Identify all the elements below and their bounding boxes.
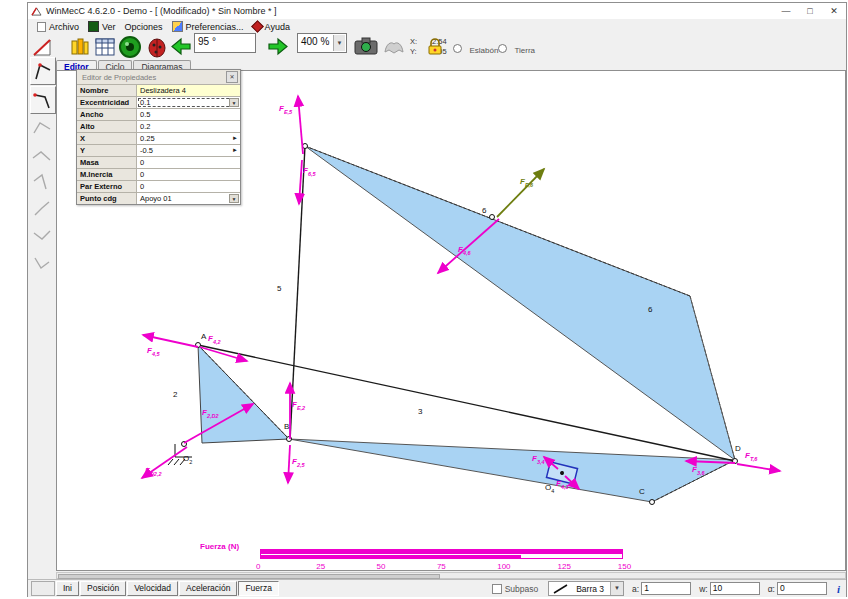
status-button-aceleración[interactable]: Aceleración	[179, 581, 237, 596]
force-label: FE,2	[292, 401, 305, 412]
property-value-3[interactable]: 0.2	[137, 121, 240, 132]
close-button[interactable]: ✕	[822, 4, 846, 19]
hands-icon	[382, 36, 406, 56]
ruler-tick: 0	[256, 562, 260, 571]
subpaso-label: Subpaso	[505, 584, 539, 594]
document-icon	[37, 22, 46, 32]
ruler-tick: 50	[377, 562, 386, 571]
camera-icon[interactable]	[354, 36, 378, 56]
property-value-2[interactable]: 0.5	[137, 109, 240, 120]
rotate-back-icon[interactable]	[170, 37, 192, 56]
view-eye-icon[interactable]	[118, 35, 142, 59]
force-arrow	[298, 96, 303, 154]
ruler-tick: 150	[618, 562, 631, 571]
ruler-tick: 100	[497, 562, 510, 571]
app-window: WinMecC 4.6.2.0 - Demo - [ (Modificado) …	[27, 2, 847, 597]
property-value-4[interactable]: 0.25►	[137, 133, 240, 144]
rotate-forward-icon[interactable]	[267, 37, 289, 56]
spinner-icon[interactable]: ►	[232, 147, 238, 153]
chevron-down-icon[interactable]: ▼	[333, 35, 345, 51]
spinner-icon[interactable]: ►	[232, 135, 238, 141]
property-value-9[interactable]: Apoyo 01▼	[137, 193, 240, 204]
ruler-tick: 25	[316, 562, 325, 571]
property-row: Y-0.5►	[77, 144, 240, 156]
property-label: Punto cdg	[77, 193, 137, 204]
property-row: Punto cdgApoyo 01▼	[77, 192, 240, 204]
lock-icon[interactable]	[426, 38, 444, 56]
property-label: X	[77, 133, 137, 144]
element-label: D	[735, 445, 741, 453]
element-selector[interactable]: Barra 3 ▼	[548, 581, 624, 596]
status-button-ini[interactable]: Ini	[56, 581, 79, 596]
link-3-wedge[interactable]	[289, 439, 735, 502]
property-row: Alto0.2	[77, 120, 240, 132]
element-label: A	[201, 333, 206, 341]
bug-icon[interactable]	[146, 36, 168, 58]
angle-value-input[interactable]: 1	[641, 582, 691, 595]
preferences-icon	[172, 21, 183, 32]
zoom-select[interactable]: 400 % ▼	[297, 33, 347, 53]
element-label: 6	[648, 306, 652, 314]
link-5-bar[interactable]	[290, 146, 305, 441]
element-label: 2	[173, 391, 177, 399]
radio-tierra[interactable]: Tierra	[498, 39, 535, 57]
chevron-down-icon[interactable]: ▼	[610, 582, 623, 595]
field-alpha: α: 0	[768, 582, 827, 595]
angle-input[interactable]: 95 °	[194, 33, 256, 53]
table-icon[interactable]	[94, 36, 116, 58]
subpaso-checkbox[interactable]	[492, 584, 502, 594]
horizontal-scrollbar[interactable]	[56, 572, 846, 579]
property-label: Y	[77, 145, 137, 156]
tool-link-8	[30, 250, 54, 276]
draw-mechanism-icon[interactable]	[31, 36, 53, 58]
force-label: F2,5	[292, 458, 305, 469]
tool-link-4	[30, 142, 54, 168]
radio-circle-icon	[453, 44, 462, 53]
element-label: B	[284, 423, 289, 431]
property-row: Ancho0.5	[77, 108, 240, 120]
main-toolbar: 95 ° 400 % ▼ X: 2.54 Y: 5.95 Eslabón	[28, 34, 846, 60]
property-value-8[interactable]: 0	[137, 181, 240, 192]
property-value-0[interactable]: Deslizadera 4	[137, 85, 240, 96]
alpha-value-input[interactable]: 0	[777, 582, 827, 595]
status-button-velocidad[interactable]: Velocidad	[127, 581, 178, 596]
tool-link-draw-1[interactable]	[30, 57, 56, 85]
info-icon[interactable]: i	[837, 583, 840, 595]
menu-ver[interactable]: Ver	[88, 21, 116, 32]
property-label: Nombre	[77, 85, 137, 96]
maximize-button[interactable]: □	[798, 4, 822, 19]
minimize-button[interactable]: —	[774, 4, 798, 19]
force-scale-ruler	[260, 549, 623, 559]
menu-opciones[interactable]: Opciones	[125, 22, 163, 32]
property-value-7[interactable]: 0	[137, 169, 240, 180]
window-title: WinMecC 4.6.2.0 - Demo - [ (Modificado) …	[46, 6, 277, 16]
coord-x-label: X:	[410, 37, 417, 46]
menu-archivo[interactable]: Archivo	[37, 22, 79, 32]
omega-value-input[interactable]: 10	[710, 582, 760, 595]
property-label: Par Externo	[77, 181, 137, 192]
menu-preferencias[interactable]: Preferencias...	[172, 21, 244, 32]
force-arrow	[299, 160, 302, 204]
property-value-1[interactable]: 0.1▼	[137, 97, 240, 108]
links-tool-icon[interactable]	[70, 37, 90, 57]
status-button-fuerza[interactable]: Fuerza	[238, 581, 278, 596]
property-value-6[interactable]: 0	[137, 157, 240, 168]
ruler-tick: 125	[558, 562, 571, 571]
tool-link-draw-2[interactable]	[30, 86, 56, 114]
force-label: FD2,2	[145, 467, 162, 478]
property-label: Ancho	[77, 109, 137, 120]
property-row: Excentricidad0.1▼	[77, 96, 240, 108]
app-icon	[31, 7, 42, 16]
properties-title: Editor de Propiedades	[82, 73, 156, 82]
chevron-down-icon[interactable]: ▼	[229, 98, 239, 107]
chevron-down-icon[interactable]: ▼	[229, 194, 239, 203]
property-row: NombreDeslizadera 4	[77, 84, 240, 96]
radio-eslabon[interactable]: Eslabón	[453, 39, 498, 57]
status-bar: IniPosiciónVelocidadAceleraciónFuerza Su…	[28, 579, 846, 597]
status-button-posición[interactable]: Posición	[80, 581, 126, 596]
result-buttons: IniPosiciónVelocidadAceleraciónFuerza	[55, 581, 279, 596]
property-value-5[interactable]: -0.5►	[137, 145, 240, 156]
menu-ayuda[interactable]: Ayuda	[253, 22, 290, 32]
close-icon[interactable]: ✕	[226, 71, 238, 83]
ruler-title: Fuerza (N)	[200, 542, 239, 551]
